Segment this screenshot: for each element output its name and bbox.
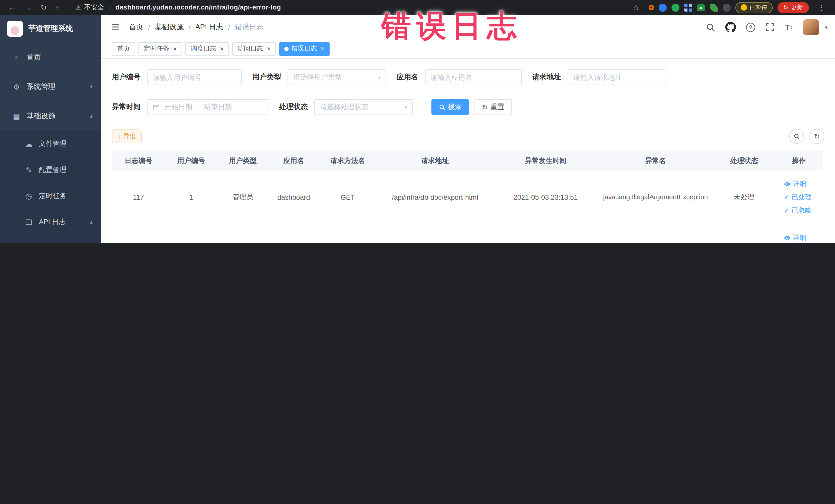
close-icon[interactable]: × <box>267 45 270 52</box>
tab-home[interactable]: 首页 <box>112 42 135 56</box>
avatar[interactable] <box>803 19 819 35</box>
close-icon[interactable]: × <box>220 45 224 52</box>
home-icon: ⌂ <box>11 53 22 61</box>
filter-request-url: 请求地址 <box>532 69 666 85</box>
sidebar-item-access-log[interactable]: ❏访问日志 <box>0 235 101 243</box>
gear-icon: ⚙ <box>11 82 22 91</box>
doc-icon: ❏ <box>23 218 34 226</box>
sidebar-item-api-log[interactable]: ❏API 日志▴ <box>0 209 101 235</box>
green-circle-extension-icon[interactable] <box>672 3 679 11</box>
paused-badge[interactable]: 已暂停 <box>735 2 773 13</box>
bookmark-star-icon[interactable]: ☆ <box>633 3 639 12</box>
search-icon[interactable] <box>706 22 715 32</box>
sidebar-item-label: 基础设施 <box>27 111 56 121</box>
search-button[interactable]: 搜索 <box>431 99 469 115</box>
tab-scheduled-tasks[interactable]: 定时任务× <box>138 42 182 56</box>
topbar: ☰ 首页/基础设施/API 日志/错误日志 ? T↕ ▾ <box>101 15 835 39</box>
filter-user-type: 用户类型 请选择用户类型 ▾ <box>252 69 386 85</box>
cell-user-id: 1 <box>165 193 217 201</box>
dark-paw-extension-icon[interactable] <box>722 3 731 11</box>
breadcrumb-item[interactable]: API 日志 <box>195 22 223 32</box>
tab-schedule-log[interactable]: 调度日志× <box>185 42 229 56</box>
back-icon[interactable]: ← <box>8 3 16 12</box>
request-url-input[interactable] <box>568 69 666 85</box>
main-area: ☰ 首页/基础设施/API 日志/错误日志 ? T↕ ▾ 首页定时任务×调度日志… <box>101 15 835 243</box>
sidebar-menu: ⌂首页⚙系统管理▾▦基础设施▴☁文件管理✎配置管理◷定时任务❏API 日志▴❏访… <box>0 43 101 243</box>
font-size-icon[interactable]: T↕ <box>785 23 793 32</box>
sidebar-item-infrastructure[interactable]: ▦基础设施▴ <box>0 101 101 130</box>
app-name-input[interactable] <box>425 69 522 85</box>
column-header: 异常名 <box>597 156 714 166</box>
sidebar-item-system-management[interactable]: ⚙系统管理▾ <box>0 72 101 101</box>
process-status-select[interactable]: 请选择处理状态 ▾ <box>314 99 413 115</box>
action-processed-link[interactable]: ✓已处理 <box>784 191 812 204</box>
blue-grid-extension-icon[interactable] <box>684 3 692 11</box>
breadcrumb-item[interactable]: 首页 <box>129 22 143 32</box>
browser-menu-dots-icon[interactable]: ⋮ <box>818 3 826 12</box>
export-button[interactable]: ↓ 导出 <box>112 129 142 143</box>
user-type-select[interactable]: 请选择用户类型 ▾ <box>287 69 386 85</box>
breadcrumb-item[interactable]: 基础设施 <box>155 22 184 32</box>
blue-drop-extension-icon[interactable] <box>659 3 667 11</box>
browser-nav: ← → ↻ ⌂ <box>0 3 64 12</box>
filter-process-status: 处理状态 请选择处理状态 ▾ <box>279 99 413 115</box>
sidebar-item-scheduled-tasks[interactable]: ◷定时任务 <box>0 183 101 209</box>
table-body: 1171管理员dashboardGET/api/infra/db-doc/exp… <box>112 170 823 243</box>
github-icon[interactable] <box>726 22 736 32</box>
column-header: 应用名 <box>268 156 319 166</box>
address-bar[interactable]: ⚠ 不安全 | dashboard.yudao.iocoder.cn/infra… <box>76 3 281 12</box>
reset-button[interactable]: ↻ 重置 <box>474 99 512 115</box>
sidebar-toggle-icon[interactable]: ☰ <box>111 22 120 33</box>
breadcrumb-item: 错误日志 <box>235 22 264 32</box>
sidebar-item-label: 系统管理 <box>27 82 56 91</box>
timer-icon: ◷ <box>23 191 34 200</box>
breadcrumb: 首页/基础设施/API 日志/错误日志 <box>129 22 264 32</box>
sidebar-item-home[interactable]: ⌂首页 <box>0 43 101 72</box>
help-icon[interactable]: ? <box>746 23 755 32</box>
tab-label: 定时任务 <box>144 44 169 53</box>
action-detail-link[interactable]: 详细 <box>784 231 806 243</box>
search-icon <box>793 133 800 140</box>
refresh-table-button[interactable]: ↻ <box>809 129 824 144</box>
toggle-search-button[interactable] <box>789 129 804 144</box>
update-button[interactable]: ↻更新 <box>777 2 809 13</box>
green-leaf-extension-icon[interactable] <box>710 3 718 11</box>
orange-ring-extension-icon[interactable] <box>649 5 654 10</box>
start-date-placeholder: 开始日期 <box>165 102 192 112</box>
action-ignored-link[interactable]: ✓已忽略 <box>784 204 812 217</box>
reload-icon[interactable]: ↻ <box>41 3 47 12</box>
green-on-extension-icon[interactable]: on <box>697 4 705 11</box>
home-icon[interactable]: ⌂ <box>55 3 60 12</box>
sidebar: 芋道管理系统 ⌂首页⚙系统管理▾▦基础设施▴☁文件管理✎配置管理◷定时任务❏AP… <box>0 15 101 243</box>
reset-button-label: 重置 <box>490 102 504 112</box>
chevron-down-icon[interactable]: ▾ <box>825 24 828 30</box>
user-id-input[interactable] <box>147 69 242 85</box>
logo[interactable]: 芋道管理系统 <box>0 15 101 43</box>
cloud-icon: ☁ <box>23 139 34 148</box>
filter-row-1: 用户编号 用户类型 请选择用户类型 ▾ 应用名 请求地址 <box>112 69 824 85</box>
chevron-up-icon: ▴ <box>90 113 93 119</box>
column-header: 用户编号 <box>165 156 217 166</box>
app-title: 芋道管理系统 <box>28 24 73 33</box>
table-toolbar: ↓ 导出 ↻ <box>112 129 824 144</box>
date-separator: - <box>197 103 200 111</box>
tab-error-log[interactable]: 错误日志× <box>279 42 330 56</box>
sidebar-item-file-management[interactable]: ☁文件管理 <box>0 130 101 157</box>
breadcrumb-separator: / <box>148 23 150 31</box>
action-label: 详细 <box>793 231 806 243</box>
column-header: 请求地址 <box>376 156 494 166</box>
action-detail-link[interactable]: 详细 <box>784 177 806 190</box>
update-refresh-icon: ↻ <box>783 4 788 11</box>
tab-access-log[interactable]: 访问日志× <box>232 42 276 56</box>
address-divider: | <box>109 4 110 11</box>
exception-time-range-picker[interactable]: 开始日期 - 结束日期 <box>147 99 268 115</box>
forward-icon[interactable]: → <box>24 3 32 12</box>
fullscreen-icon[interactable] <box>766 22 775 32</box>
filter-app-name: 应用名 <box>397 69 522 85</box>
active-dot-icon <box>284 47 289 51</box>
close-icon[interactable]: × <box>321 45 324 52</box>
close-icon[interactable]: × <box>173 45 177 52</box>
sidebar-item-config-management[interactable]: ✎配置管理 <box>0 157 101 183</box>
grid-icon: ▦ <box>11 112 22 120</box>
cell-id: 117 <box>112 193 165 201</box>
